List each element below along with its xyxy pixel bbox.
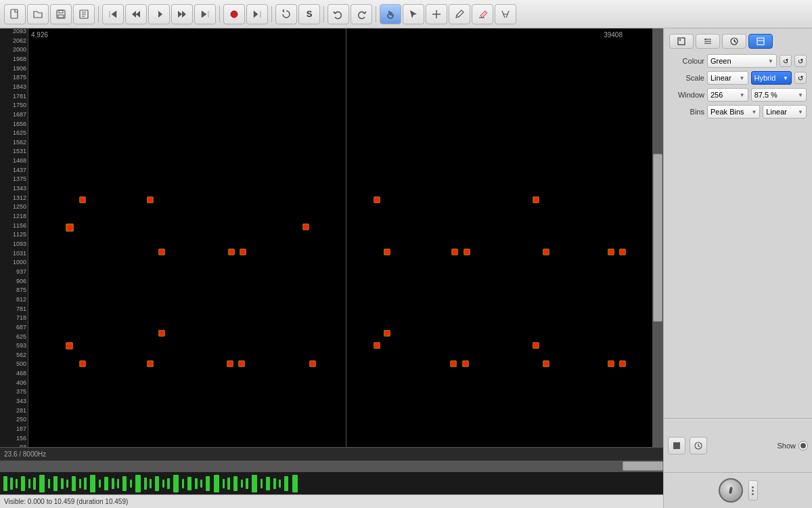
spectral-dot — [462, 360, 469, 367]
record-button[interactable] — [223, 4, 245, 24]
show-control: Show — [777, 441, 808, 450]
timeline-marker — [279, 480, 281, 488]
y-axis-label: 718 — [16, 315, 26, 321]
y-axis-label: 1906 — [13, 66, 26, 72]
svg-point-8 — [705, 39, 706, 40]
y-axis-label: 2000 — [13, 47, 26, 53]
timeline-marker — [150, 479, 152, 488]
horizontal-scrollbar-thumb[interactable] — [623, 461, 663, 471]
scale-label: Scale — [669, 74, 704, 82]
timeline-marker — [21, 476, 25, 491]
y-axis-label: 93 — [20, 444, 26, 447]
colour-select[interactable]: Green ▼ — [707, 54, 777, 68]
spectral-dot — [619, 360, 626, 367]
timeline-marker — [162, 480, 164, 488]
dot-2 — [752, 490, 754, 492]
scale-row: Scale Linear ▼ Hybrid ▼ ↺ — [669, 71, 807, 85]
y-axis-label: 1843 — [13, 84, 26, 90]
channel-divider — [346, 28, 346, 447]
spectral-dot — [543, 249, 549, 255]
forward-end-button[interactable] — [194, 4, 216, 24]
spectral-dot — [79, 196, 86, 203]
step-forward-button[interactable] — [246, 4, 268, 24]
spectral-dot — [240, 249, 246, 255]
cross-tool-button[interactable] — [426, 4, 447, 24]
tab-3-button[interactable] — [722, 34, 746, 49]
show-radio[interactable] — [798, 441, 808, 450]
scale-select-1[interactable]: Linear ▼ — [707, 71, 748, 85]
edit-button[interactable] — [73, 4, 95, 24]
undo-button[interactable] — [328, 4, 349, 24]
vertical-scrollbar-thumb[interactable] — [653, 154, 662, 321]
time-position-right: 39408 — [604, 31, 623, 39]
spectrogram-canvas[interactable]: 4.926 39408 — [28, 28, 663, 447]
window-dropdown-1-arrow: ▼ — [740, 92, 745, 98]
tab-1-button[interactable] — [669, 34, 694, 49]
fast-forward-button[interactable] — [171, 4, 193, 24]
loop-button[interactable] — [275, 4, 297, 24]
window-label: Window — [669, 91, 704, 99]
spectral-dot — [302, 224, 309, 230]
scale-dropdown-2-arrow: ▼ — [783, 75, 788, 81]
y-axis-label: 1687 — [13, 112, 26, 118]
rewind-start-button[interactable] — [102, 4, 124, 24]
timeline-marker — [28, 479, 30, 488]
show-label: Show — [777, 442, 796, 450]
colour-label: Colour — [669, 57, 704, 65]
vertical-scrollbar[interactable] — [652, 28, 663, 447]
spectral-dot — [533, 196, 539, 203]
y-axis-label: 812 — [16, 297, 26, 303]
snap-button[interactable]: S — [298, 4, 320, 24]
timeline-marker — [261, 479, 263, 488]
window-select-2[interactable]: 87.5 % ▼ — [751, 88, 807, 102]
tab-2-button[interactable] — [696, 34, 720, 49]
measure-tool-button[interactable] — [495, 4, 516, 24]
timeline-strip[interactable] — [0, 471, 663, 494]
show-radio-inner — [800, 443, 806, 448]
timeline-marker — [246, 478, 248, 489]
colour-reset-button[interactable]: ↺ — [794, 55, 807, 67]
save-button[interactable] — [50, 4, 72, 24]
clock-icon-button[interactable] — [690, 437, 707, 454]
tab-row — [669, 34, 807, 49]
bins-select-1[interactable]: Peak Bins ▼ — [707, 105, 760, 119]
dot-1 — [752, 486, 754, 488]
spectral-dot — [66, 342, 73, 350]
spectral-dot — [533, 342, 539, 349]
select-tool-button[interactable] — [403, 4, 424, 24]
colour-refresh-button[interactable]: ↺ — [780, 55, 792, 67]
new-button[interactable] — [4, 4, 26, 24]
window-select-1[interactable]: 256 ▼ — [707, 88, 748, 102]
spectral-dot — [543, 360, 549, 367]
grab-tool-button[interactable] — [380, 4, 401, 24]
spectral-dot — [158, 249, 165, 255]
timeline-marker — [206, 476, 210, 491]
scale-select-2[interactable]: Hybrid ▼ — [751, 71, 792, 85]
separator-1 — [98, 6, 99, 22]
scale-refresh-button[interactable]: ↺ — [794, 72, 807, 84]
open-button[interactable] — [27, 4, 49, 24]
rewind-button[interactable] — [125, 4, 147, 24]
redo-button[interactable] — [351, 4, 372, 24]
timeline-marker — [227, 478, 230, 490]
horizontal-scrollbar[interactable] — [0, 461, 663, 471]
spectral-dot — [608, 360, 614, 367]
draw-tool-button[interactable] — [449, 4, 470, 24]
spectral-dot — [464, 249, 470, 255]
tab-4-button[interactable] — [748, 34, 773, 49]
stop-icon-button[interactable] — [668, 437, 685, 454]
bins-select-2[interactable]: Linear ▼ — [763, 105, 807, 119]
svg-point-5 — [231, 11, 238, 18]
erase-tool-button[interactable] — [472, 4, 493, 24]
main-knob[interactable] — [719, 478, 743, 503]
timeline-marker — [48, 479, 50, 488]
dots-button[interactable] — [748, 480, 758, 501]
timeline-marker — [53, 476, 58, 491]
y-axis-label: 1375 — [13, 176, 26, 182]
y-axis-label: 250 — [16, 417, 26, 423]
knob-area — [664, 472, 812, 508]
timeline-marker — [130, 480, 132, 488]
play-pause-button[interactable] — [148, 4, 170, 24]
y-axis-label: 1031 — [13, 251, 26, 257]
timeline-marker — [66, 480, 68, 488]
